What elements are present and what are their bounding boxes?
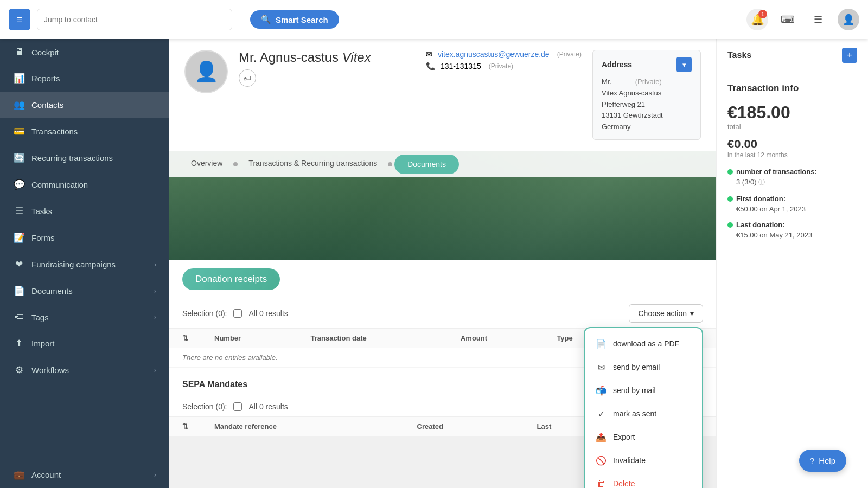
dropdown-send-email[interactable]: ✉ send by email xyxy=(585,356,702,379)
col-amount[interactable]: Amount xyxy=(448,329,544,348)
delete-label: Delete xyxy=(613,479,635,488)
contact-name: Mr. Agnus-castus Vitex xyxy=(239,50,415,65)
list-view-button[interactable]: ☰ xyxy=(807,9,829,30)
txn-12m-label: in the last 12 months xyxy=(727,151,857,159)
fundraising-label: Fundraising campaigns xyxy=(31,260,148,269)
contact-phone: 📞 131-131315 (Private) xyxy=(426,62,582,70)
sidebar-item-tasks[interactable]: ☰ Tasks xyxy=(0,198,169,224)
tab-documents[interactable]: Documents xyxy=(394,155,459,174)
invalidate-icon: 🚫 xyxy=(596,455,607,466)
user-avatar-button[interactable]: 👤 xyxy=(838,9,859,30)
tab-transactions-recurring[interactable]: Transactions & Recurring transactions xyxy=(238,151,388,177)
sidebar-item-account[interactable]: 💼 Account › xyxy=(0,461,169,488)
address-label: Address xyxy=(602,59,632,70)
sidebar-item-recurring[interactable]: 🔄 Recurring transactions xyxy=(0,145,169,171)
transactions-label: Transactions xyxy=(31,127,156,136)
contact-header: 👤 Mr. Agnus-castus Vitex 🏷 ✉ vitex.agnus… xyxy=(169,39,716,151)
tag-button[interactable]: 🏷 xyxy=(239,69,256,87)
help-label: Help xyxy=(819,456,835,465)
dropdown-download-pdf[interactable]: 📄 download as a PDF xyxy=(585,332,702,356)
delete-icon: 🗑 xyxy=(596,479,607,488)
sidebar-item-forms[interactable]: 📝 Forms xyxy=(0,224,169,251)
contact-search-input[interactable] xyxy=(44,15,225,24)
col-number[interactable]: Number xyxy=(201,329,297,348)
address-dropdown-button[interactable]: ▾ xyxy=(676,57,692,72)
transactions-icon: 💳 xyxy=(13,126,25,137)
help-button[interactable]: ? Help xyxy=(799,450,846,472)
recurring-icon: 🔄 xyxy=(13,152,25,164)
smart-search-button[interactable]: 🔍 Smart Search xyxy=(250,10,339,29)
mark-sent-icon: ✓ xyxy=(596,409,607,419)
cockpit-icon: 🖥 xyxy=(13,47,25,57)
sidebar-item-tags[interactable]: 🏷 Tags › xyxy=(0,304,169,330)
contacts-label: Contacts xyxy=(31,100,156,110)
email-icon: ✉ xyxy=(426,50,432,59)
txn-last-stat: Last donation: €15.00 on May 21, 2023 xyxy=(727,221,857,239)
tasks-title: Tasks xyxy=(727,50,751,60)
send-email-label: send by email xyxy=(613,363,660,371)
sidebar-item-contacts[interactable]: 👥 Contacts xyxy=(0,92,169,118)
sepa-col-created[interactable]: Created xyxy=(404,417,524,436)
col-txn-date[interactable]: Transaction date xyxy=(297,329,447,348)
sidebar-item-communication[interactable]: 💬 Communication xyxy=(0,171,169,198)
avatar-icon: 👤 xyxy=(843,14,854,25)
right-panel: Tasks + Transaction info €185.00 total €… xyxy=(716,39,868,488)
cockpit-label: Cockpit xyxy=(31,48,156,57)
list-icon: ☰ xyxy=(814,14,822,25)
documents-label: Documents xyxy=(31,286,148,296)
txn-num-info-icon[interactable]: ⓘ xyxy=(758,178,765,186)
contact-search-box xyxy=(37,9,232,30)
sepa-selection-label: Selection (0): xyxy=(182,402,227,411)
sidebar-item-documents[interactable]: 📄 Documents › xyxy=(0,278,169,304)
workflows-arrow: › xyxy=(154,367,156,374)
donation-receipts-title-bar: Donation receipts xyxy=(169,260,716,299)
contact-address-card: Address ▾ Mr. (Private) Vitex Agnus-cast… xyxy=(592,50,701,140)
invalidate-label: Invalidate xyxy=(613,456,646,465)
menu-button[interactable]: ☰ xyxy=(9,9,30,30)
tab-overview[interactable]: Overview xyxy=(180,151,233,177)
hamburger-icon: ☰ xyxy=(16,16,23,24)
notification-badge: 1 xyxy=(758,10,767,18)
col-sort: ⇅ xyxy=(169,329,201,348)
dropdown-send-mail[interactable]: 📬 send by mail xyxy=(585,379,702,402)
dropdown-invalidate[interactable]: 🚫 Invalidate xyxy=(585,449,702,472)
tasks-label: Tasks xyxy=(31,207,156,216)
sidebar-item-cockpit[interactable]: 🖥 Cockpit xyxy=(0,39,169,65)
communication-label: Communication xyxy=(31,180,156,189)
tasks-header: Tasks + xyxy=(717,39,868,72)
sepa-select-all-checkbox[interactable] xyxy=(233,402,242,411)
sidebar-item-reports[interactable]: 📊 Reports xyxy=(0,65,169,92)
keyboard-button[interactable]: ⌨ xyxy=(777,9,799,30)
tab-dot-2 xyxy=(388,162,392,166)
donation-select-all-checkbox[interactable] xyxy=(233,309,242,318)
action-dropdown-menu: 📄 download as a PDF ✉ send by email 📬 se… xyxy=(584,327,703,488)
import-icon: ⬆ xyxy=(13,338,25,349)
address-country: Germany xyxy=(602,121,692,133)
tabs-bar: Overview Transactions & Recurring transa… xyxy=(169,151,716,177)
email-link[interactable]: vitex.agnuscastus@gewuerze.de xyxy=(438,50,550,59)
dropdown-delete[interactable]: 🗑 Delete xyxy=(585,472,702,488)
section-content: Donation receipts Selection (0): All 0 r… xyxy=(169,260,716,436)
sepa-col-mandate-ref[interactable]: Mandate reference xyxy=(201,417,404,436)
tasks-add-button[interactable]: + xyxy=(842,48,857,63)
notification-button[interactable]: 🔔 1 xyxy=(746,9,768,30)
dropdown-mark-sent[interactable]: ✓ mark as sent xyxy=(585,402,702,426)
sepa-all-results-label: All 0 results xyxy=(248,402,288,411)
sidebar-item-workflows[interactable]: ⚙ Workflows › xyxy=(0,357,169,383)
address-name: Vitex Agnus-castus xyxy=(602,88,692,99)
txn-total-amount: €185.00 xyxy=(727,102,857,123)
sidebar-item-fundraising[interactable]: ❤ Fundraising campaigns › xyxy=(0,251,169,278)
contact-avatar: 👤 xyxy=(184,50,228,93)
download-pdf-icon: 📄 xyxy=(596,339,607,349)
choose-action-chevron: ▾ xyxy=(690,309,694,318)
sidebar-item-transactions[interactable]: 💳 Transactions xyxy=(0,118,169,145)
donation-receipts-pill: Donation receipts xyxy=(182,268,280,290)
workflows-label: Workflows xyxy=(31,365,148,375)
help-icon: ? xyxy=(810,456,814,465)
dropdown-export[interactable]: 📤 Export xyxy=(585,426,702,449)
mark-sent-label: mark as sent xyxy=(613,409,656,418)
send-email-icon: ✉ xyxy=(596,362,607,373)
sidebar-item-import[interactable]: ⬆ Import xyxy=(0,330,169,357)
txn-last-value: €15.00 on May 21, 2023 xyxy=(736,231,857,239)
choose-action-button[interactable]: Choose action ▾ xyxy=(629,304,703,323)
